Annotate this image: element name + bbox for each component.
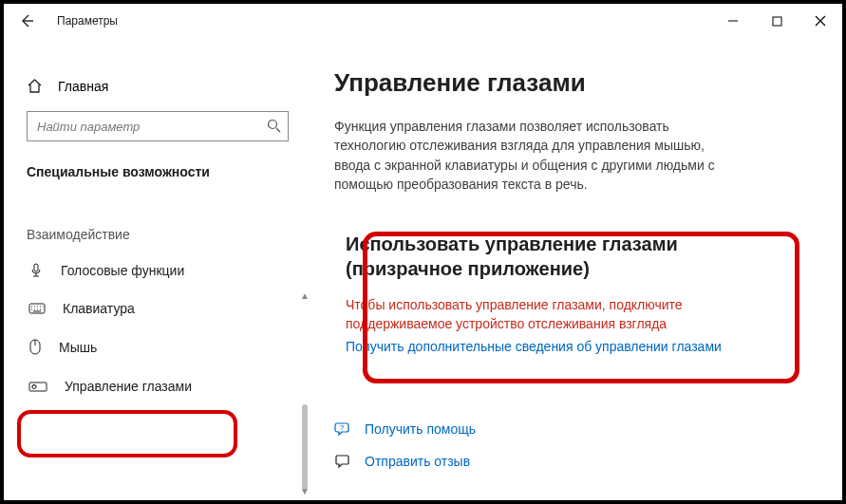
page-description: Функция управления глазами позволяет исп… — [334, 117, 743, 194]
svg-text:?: ? — [340, 423, 345, 432]
home-icon — [27, 78, 43, 94]
mouse-icon — [28, 339, 42, 356]
minimize-button[interactable] — [711, 6, 755, 36]
back-button[interactable] — [11, 6, 42, 36]
content-area: Управление глазами Функция управления гл… — [308, 38, 842, 500]
learn-more-link[interactable]: Получить дополнительные сведения об упра… — [346, 339, 760, 354]
sidebar-item-label: Клавиатура — [63, 301, 135, 316]
search-input[interactable] — [27, 111, 289, 141]
section-heading: Специальные возможности — [11, 157, 308, 191]
eye-control-icon — [28, 380, 47, 393]
help-label: Получить помощь — [365, 421, 476, 437]
close-button[interactable] — [799, 6, 842, 36]
sidebar-item-label: Управление глазами — [65, 379, 192, 394]
sidebar-item-label: Голосовые функции — [61, 263, 184, 278]
feedback-icon — [334, 453, 351, 470]
section-title: Использовать управление глазами (призрач… — [346, 232, 760, 281]
keyboard-icon — [28, 302, 46, 315]
feedback-link[interactable]: Отправить отзыв — [334, 445, 819, 477]
window-title: Параметры — [57, 14, 118, 28]
get-help-link[interactable]: ? Получить помощь — [334, 413, 819, 445]
maximize-button[interactable] — [755, 6, 799, 36]
microphone-icon — [28, 263, 44, 278]
sidebar-item-label: Мышь — [59, 340, 97, 355]
sidebar-item-keyboard[interactable]: Клавиатура — [11, 289, 308, 327]
sidebar-item-voice[interactable]: Голосовые функции — [11, 252, 308, 289]
home-label: Главная — [58, 79, 108, 94]
feedback-label: Отправить отзыв — [365, 454, 470, 469]
page-title: Управление глазами — [334, 68, 819, 98]
group-heading: Взаимодействие — [11, 191, 308, 252]
svg-rect-2 — [34, 264, 38, 271]
svg-rect-0 — [773, 17, 781, 26]
sidebar-item-eye-control[interactable]: Управление глазами — [11, 367, 308, 405]
sidebar: Главная Специальные возможности Взаимоде… — [4, 38, 308, 500]
sidebar-item-mouse[interactable]: Мышь — [11, 327, 308, 367]
warning-text: Чтобы использовать управление глазами, п… — [346, 296, 760, 333]
help-icon: ? — [334, 420, 351, 438]
home-link[interactable]: Главная — [11, 72, 308, 100]
